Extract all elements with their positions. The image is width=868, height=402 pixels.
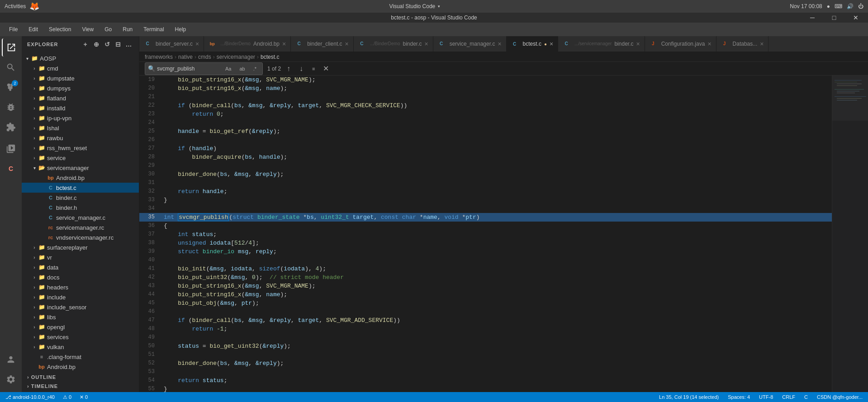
- code-scroll[interactable]: 19 bio_put_string16_x(&msg, SVC_MGR_NAME…: [139, 76, 832, 392]
- menu-edit[interactable]: Edit: [24, 24, 43, 34]
- breadcrumb-servicemanager[interactable]: servicemanager: [217, 54, 255, 60]
- menu-file[interactable]: File: [5, 24, 22, 34]
- find-list-button[interactable]: ≡: [309, 64, 318, 74]
- tree-item-services[interactable]: › 📁 services: [22, 332, 139, 342]
- tab-close-configuration[interactable]: ×: [707, 40, 711, 47]
- activity-csdn[interactable]: C: [2, 160, 20, 178]
- find-input[interactable]: [157, 66, 220, 72]
- status-warnings[interactable]: ✕ 0: [78, 394, 90, 400]
- tab-close-bctest[interactable]: ×: [550, 40, 553, 47]
- tab-database[interactable]: J Databas... ×: [716, 36, 769, 52]
- tree-item-dumpsys[interactable]: › 📁 dumpsys: [22, 83, 139, 93]
- line-code-48[interactable]: return -1;: [162, 325, 832, 333]
- tree-item-servicemanager[interactable]: ▾ 📂 servicemanager: [22, 163, 139, 173]
- line-code-44[interactable]: bio_put_string16_x(&msg, name);: [162, 290, 832, 299]
- line-code-51[interactable]: [162, 350, 832, 359]
- activity-extensions[interactable]: [2, 118, 20, 136]
- line-code-46[interactable]: [162, 307, 832, 316]
- line-code-26[interactable]: [162, 136, 832, 144]
- menu-selection[interactable]: Selection: [44, 24, 76, 34]
- tab-android-bp[interactable]: bp .../BinderDemo Android.bp ×: [204, 36, 291, 52]
- tab-binder-server[interactable]: C binder_server.c ×: [139, 36, 204, 52]
- tree-item-lshal[interactable]: › 📁 lshal: [22, 123, 139, 133]
- tree-item-data[interactable]: › 📁 data: [22, 262, 139, 272]
- line-code-52[interactable]: binder_done(bs, &msg, &reply);: [162, 359, 832, 368]
- tree-item-libs[interactable]: › 📁 libs: [22, 312, 139, 322]
- activity-explorer[interactable]: [2, 38, 20, 57]
- tab-service-manager[interactable]: C service_manager.c ×: [433, 36, 507, 52]
- line-code-53[interactable]: [162, 368, 832, 376]
- line-code-45[interactable]: bio_put_obj(&msg, ptr);: [162, 299, 832, 307]
- tree-item-vulkan[interactable]: › 📁 vulkan: [22, 342, 139, 352]
- line-code-55[interactable]: }: [162, 385, 832, 392]
- tree-item-installd[interactable]: › 📁 installd: [22, 103, 139, 113]
- tree-item-dumpstate[interactable]: › 📁 dumpstate: [22, 73, 139, 83]
- keyboard-icon[interactable]: ⌨: [835, 3, 842, 9]
- tab-close-binder-server[interactable]: ×: [195, 40, 199, 47]
- line-code-21[interactable]: [162, 93, 832, 101]
- line-code-50[interactable]: status = bio_get_uint32(&reply);: [162, 342, 832, 350]
- breadcrumb-cmds[interactable]: cmds: [198, 54, 211, 60]
- tree-item-vndservicemanager-rc[interactable]: › rc vndservicemanager.rc: [22, 232, 139, 242]
- status-line-ending[interactable]: CRLF: [780, 394, 797, 400]
- activity-remote[interactable]: [2, 140, 20, 158]
- tree-item-android-bp[interactable]: › bp Android.bp: [22, 173, 139, 183]
- close-button[interactable]: ✕: [845, 13, 866, 23]
- tree-item-include[interactable]: › 📁 include: [22, 292, 139, 302]
- firefox-icon[interactable]: 🦊: [29, 1, 39, 11]
- tree-item-surfacereplayer[interactable]: › 📁 surfacereplayer: [22, 242, 139, 252]
- tab-close-android-bp[interactable]: ×: [282, 40, 286, 47]
- line-code-22[interactable]: if (binder_call(bs, &msg, &reply, target…: [162, 101, 832, 110]
- line-code-37[interactable]: int status;: [162, 230, 832, 239]
- tree-item-flatland[interactable]: › 📁 flatland: [22, 93, 139, 103]
- line-code-49[interactable]: [162, 333, 832, 342]
- new-folder-button[interactable]: ⊕: [92, 40, 101, 49]
- tree-item-android-bp-root[interactable]: › bp Android.bp: [22, 362, 139, 372]
- use-regex-button[interactable]: .*: [250, 64, 260, 74]
- menu-run[interactable]: Run: [118, 24, 137, 34]
- menu-terminal[interactable]: Terminal: [139, 24, 168, 34]
- tab-configuration[interactable]: J Configuration.java ×: [645, 36, 716, 52]
- status-spaces[interactable]: Spaces: 4: [726, 394, 752, 400]
- status-cursor[interactable]: Ln 35, Col 19 (14 selected): [657, 394, 721, 400]
- speaker-icon[interactable]: 🔊: [847, 3, 854, 9]
- line-code-19[interactable]: bio_put_string16_x(&msg, SVC_MGR_NAME);: [162, 76, 832, 84]
- line-code-29[interactable]: [162, 161, 832, 170]
- tab-bctest[interactable]: C bctest.c ● ×: [507, 36, 559, 52]
- tab-close-binder-c-binderDemo[interactable]: ×: [424, 40, 428, 47]
- line-code-39[interactable]: struct binder_io msg, reply;: [162, 247, 832, 256]
- tree-item-service-manager-c[interactable]: › C service_manager.c: [22, 213, 139, 222]
- line-code-32[interactable]: return handle;: [162, 187, 832, 196]
- tree-item-docs[interactable]: › 📁 docs: [22, 272, 139, 282]
- tree-item-rss[interactable]: › 📁 rss_hwm_reset: [22, 143, 139, 153]
- tree-item-aosp[interactable]: ▾ 📁 AOSP: [22, 53, 139, 63]
- menu-view[interactable]: View: [77, 24, 98, 34]
- status-encoding[interactable]: UTF-8: [757, 394, 775, 400]
- collapse-button[interactable]: ⊟: [114, 40, 123, 49]
- tab-close-service-manager[interactable]: ×: [498, 40, 501, 47]
- breadcrumb-bctest[interactable]: bctest.c: [261, 54, 279, 60]
- line-code-27[interactable]: if (handle): [162, 144, 832, 153]
- line-code-36[interactable]: {: [162, 222, 832, 230]
- tree-item-service[interactable]: › 📁 service: [22, 153, 139, 163]
- tree-item-include-sensor[interactable]: › 📁 include_sensor: [22, 302, 139, 312]
- outline-section[interactable]: › OUTLINE: [22, 373, 139, 382]
- tree-item-opengl[interactable]: › 📁 opengl: [22, 322, 139, 332]
- tree-item-ip-up-vpn[interactable]: › 📁 ip-up-vpn: [22, 113, 139, 123]
- line-code-47[interactable]: if (binder_call(bs, &msg, &reply, target…: [162, 316, 832, 325]
- tree-item-servicemanager-rc[interactable]: › rc servicemanager.rc: [22, 222, 139, 232]
- tree-item-rawbu[interactable]: › 📁 rawbu: [22, 133, 139, 143]
- tree-item-bctest[interactable]: › C bctest.c: [22, 183, 139, 193]
- tab-binder-c-binderDemo[interactable]: C .../BinderDemo binder.c ×: [354, 36, 433, 52]
- tree-item-cmd[interactable]: › 📁 cmd: [22, 63, 139, 73]
- minimize-button[interactable]: ─: [802, 13, 823, 23]
- find-prev-button[interactable]: ↑: [284, 64, 294, 74]
- power-icon[interactable]: ⏻: [858, 3, 863, 9]
- status-language[interactable]: C: [802, 394, 810, 400]
- activity-search[interactable]: [2, 58, 20, 76]
- match-word-button[interactable]: ab: [236, 64, 248, 74]
- menu-help[interactable]: Help: [171, 24, 191, 34]
- activity-git[interactable]: 2: [2, 78, 20, 96]
- line-code-34[interactable]: [162, 204, 832, 213]
- maximize-button[interactable]: □: [824, 13, 844, 23]
